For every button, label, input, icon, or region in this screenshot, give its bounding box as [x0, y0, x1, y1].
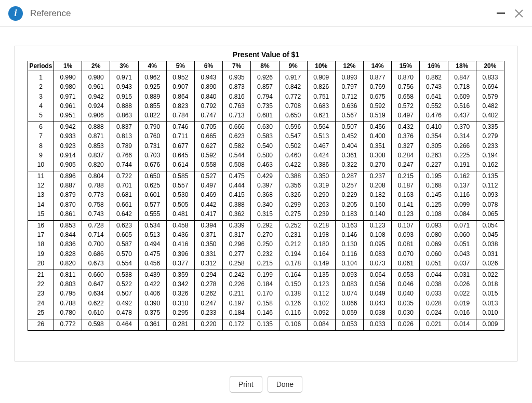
- value-cell: 0.475: [223, 171, 251, 181]
- value-cell: 0.722: [110, 171, 138, 181]
- value-cell: 0.507: [335, 122, 363, 132]
- value-cell: 0.160: [364, 200, 392, 209]
- table-row: 70.9330.8710.8130.7600.7110.6650.6230.58…: [28, 131, 504, 141]
- value-cell: 0.951: [54, 111, 82, 122]
- value-cell: 0.583: [251, 131, 279, 141]
- value-cell: 0.305: [420, 141, 448, 151]
- value-cell: 0.756: [392, 82, 420, 91]
- value-cell: 0.232: [251, 249, 279, 259]
- value-cell: 0.022: [476, 270, 504, 279]
- value-cell: 0.971: [110, 71, 138, 83]
- content-frame[interactable]: Present Value of $1 Periods1%2%3%4%5%6%7…: [15, 46, 517, 361]
- value-cell: 0.327: [392, 141, 420, 151]
- value-cell: 0.530: [166, 190, 194, 199]
- value-cell: 0.789: [110, 141, 138, 151]
- table-row: 80.9230.8530.7890.7310.6770.6270.5820.54…: [28, 141, 504, 151]
- value-cell: 0.051: [448, 239, 476, 249]
- value-cell: 0.199: [251, 270, 279, 279]
- value-cell: 0.728: [82, 221, 110, 231]
- value-cell: 0.370: [448, 122, 476, 132]
- value-cell: 0.592: [364, 101, 392, 111]
- value-cell: 0.108: [364, 230, 392, 239]
- col-header-periods: Periods: [28, 61, 54, 71]
- titlebar: i Reference: [0, 0, 532, 27]
- value-cell: 0.772: [279, 92, 307, 101]
- value-cell: 0.492: [110, 299, 138, 308]
- value-cell: 0.287: [335, 171, 363, 181]
- value-cell: 0.257: [335, 181, 363, 190]
- value-cell: 0.263: [420, 151, 448, 160]
- window-controls: [497, 9, 524, 18]
- value-cell: 0.404: [335, 141, 363, 151]
- value-cell: 0.840: [194, 92, 222, 101]
- value-cell: 0.016: [448, 308, 476, 319]
- value-cell: 0.909: [307, 71, 335, 83]
- value-cell: 0.163: [335, 221, 363, 231]
- value-cell: 0.359: [166, 270, 194, 279]
- value-cell: 0.402: [476, 111, 504, 122]
- value-cell: 0.857: [251, 82, 279, 91]
- value-cell: 0.164: [279, 270, 307, 279]
- minimize-icon[interactable]: [497, 12, 505, 14]
- value-cell: 0.711: [166, 131, 194, 141]
- value-cell: 0.833: [476, 71, 504, 83]
- value-cell: 0.642: [110, 209, 138, 221]
- value-cell: 0.797: [335, 82, 363, 91]
- value-cell: 0.547: [279, 131, 307, 141]
- value-cell: 0.673: [82, 259, 110, 270]
- value-cell: 0.295: [166, 308, 194, 319]
- value-cell: 0.788: [54, 299, 82, 308]
- value-cell: 0.980: [54, 82, 82, 91]
- value-cell: 0.614: [166, 160, 194, 171]
- value-cell: 0.718: [448, 82, 476, 91]
- value-cell: 0.053: [335, 319, 363, 330]
- value-cell: 0.773: [82, 190, 110, 199]
- value-cell: 0.022: [448, 289, 476, 298]
- value-cell: 0.906: [82, 111, 110, 122]
- value-cell: 0.458: [166, 221, 194, 231]
- value-cell: 0.187: [392, 181, 420, 190]
- value-cell: 0.197: [223, 299, 251, 308]
- value-cell: 0.084: [307, 319, 335, 330]
- print-button[interactable]: Print: [230, 376, 262, 393]
- value-cell: 0.507: [110, 289, 138, 298]
- value-cell: 0.647: [82, 279, 110, 289]
- value-cell: 0.907: [166, 82, 194, 91]
- value-cell: 0.080: [420, 230, 448, 239]
- value-cell: 0.135: [251, 319, 279, 330]
- value-cell: 0.871: [82, 131, 110, 141]
- value-cell: 0.371: [194, 230, 222, 239]
- value-cell: 0.747: [194, 111, 222, 122]
- value-cell: 0.211: [223, 289, 251, 298]
- value-cell: 0.125: [420, 200, 448, 209]
- value-cell: 0.758: [82, 200, 110, 209]
- value-cell: 0.497: [392, 111, 420, 122]
- value-cell: 0.093: [476, 190, 504, 199]
- value-cell: 0.601: [138, 190, 166, 199]
- value-cell: 0.527: [194, 171, 222, 181]
- value-cell: 0.475: [138, 249, 166, 259]
- value-cell: 0.296: [223, 239, 251, 249]
- done-button[interactable]: Done: [268, 376, 302, 393]
- value-cell: 0.281: [166, 319, 194, 330]
- value-cell: 0.388: [223, 200, 251, 209]
- value-cell: 0.400: [364, 131, 392, 141]
- value-cell: 0.030: [392, 308, 420, 319]
- value-cell: 0.554: [110, 259, 138, 270]
- table-row: 220.8030.6470.5220.4220.3420.2780.2260.1…: [28, 279, 504, 289]
- value-cell: 0.158: [251, 299, 279, 308]
- value-cell: 0.924: [82, 101, 110, 111]
- value-cell: 0.494: [138, 239, 166, 249]
- value-cell: 0.106: [279, 319, 307, 330]
- value-cell: 0.044: [420, 270, 448, 279]
- value-cell: 0.137: [448, 181, 476, 190]
- col-header-rate: 6%: [194, 61, 222, 71]
- value-cell: 0.258: [223, 259, 251, 270]
- value-cell: 0.890: [194, 82, 222, 91]
- close-icon[interactable]: [514, 9, 524, 18]
- col-header-rate: 9%: [279, 61, 307, 71]
- value-cell: 0.790: [138, 122, 166, 132]
- value-cell: 0.126: [279, 299, 307, 308]
- period-cell: 13: [28, 190, 54, 199]
- value-cell: 0.564: [307, 122, 335, 132]
